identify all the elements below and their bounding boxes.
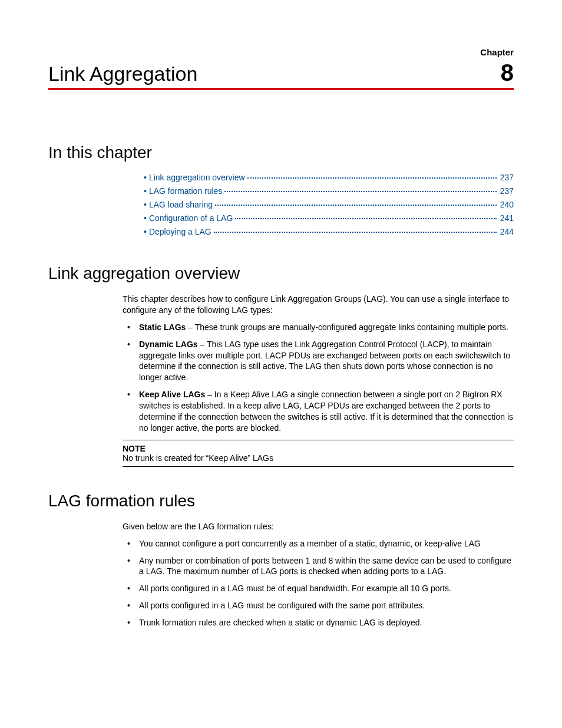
toc-item[interactable]: • LAG formation rules 237 (144, 186, 514, 196)
bullet-icon: • (144, 213, 147, 223)
list-item: Any number or combination of ports betwe… (123, 555, 514, 578)
item-text: – These trunk groups are manually-config… (186, 322, 508, 332)
bullet-icon: • (144, 227, 147, 236)
toc-label: LAG load sharing (149, 200, 213, 209)
overview-body: This chapter describes how to configure … (123, 294, 514, 434)
item-bold: Dynamic LAGs (139, 340, 198, 349)
chapter-title: Link Aggregation (48, 62, 197, 85)
rules-body: Given below are the LAG formation rules:… (123, 521, 514, 628)
item-text: Any number or combination of ports betwe… (139, 556, 511, 577)
overview-intro: This chapter describes how to configure … (123, 294, 514, 316)
list-item: Dynamic LAGs – This LAG type uses the Li… (123, 339, 514, 384)
list-item: All ports configured in a LAG must be co… (123, 600, 514, 611)
chapter-number: 8 (501, 61, 514, 84)
heading-in-this-chapter: In this chapter (48, 143, 514, 162)
toc-item[interactable]: • Deploying a LAG 244 (144, 227, 514, 237)
bullet-icon: • (144, 200, 147, 209)
toc-page: 237 (500, 186, 514, 196)
overview-list: Static LAGs – These trunk groups are man… (123, 322, 514, 434)
list-item: Static LAGs – These trunk groups are man… (123, 322, 514, 333)
toc-leader-dots (215, 205, 497, 206)
toc-leader-dots (214, 232, 497, 233)
item-text: You cannot configure a port concurrently… (139, 539, 481, 548)
item-text: All ports configured in a LAG must be co… (139, 601, 425, 610)
note-block: NOTE No trunk is created for “Keep Alive… (123, 440, 514, 467)
item-text: All ports configured in a LAG must be of… (139, 584, 451, 593)
chapter-label: Chapter (48, 47, 514, 57)
toc-item[interactable]: • Link aggregation overview 237 (144, 173, 514, 183)
toc-label: LAG formation rules (149, 186, 223, 196)
item-text: Trunk formation rules are checked when a… (139, 618, 422, 627)
rules-intro: Given below are the LAG formation rules: (123, 521, 514, 532)
item-bold: Static LAGs (139, 322, 186, 332)
table-of-contents: • Link aggregation overview 237 • LAG fo… (144, 173, 514, 237)
heading-overview: Link aggregation overview (48, 264, 514, 283)
toc-label: Deploying a LAG (149, 227, 211, 236)
toc-leader-dots (235, 218, 496, 219)
list-item: You cannot configure a port concurrently… (123, 538, 514, 549)
toc-leader-dots (224, 191, 496, 192)
toc-item[interactable]: • LAG load sharing 240 (144, 200, 514, 210)
list-item: Keep Alive LAGs – In a Keep Alive LAG a … (123, 389, 514, 434)
toc-label: Configuration of a LAG (149, 213, 233, 223)
item-bold: Keep Alive LAGs (139, 390, 205, 399)
bullet-icon: • (144, 186, 147, 196)
list-item: All ports configured in a LAG must be of… (123, 583, 514, 594)
heading-rules: LAG formation rules (48, 492, 514, 510)
toc-page: 240 (500, 200, 514, 209)
toc-page: 241 (500, 213, 514, 223)
toc-leader-dots (247, 177, 497, 179)
bullet-icon: • (144, 173, 147, 182)
chapter-title-row: Link Aggregation 8 (48, 61, 514, 90)
toc-page: 244 (500, 227, 514, 236)
note-text: No trunk is created for “Keep Alive” LAG… (123, 453, 514, 463)
toc-item[interactable]: • Configuration of a LAG 241 (144, 213, 514, 223)
note-label: NOTE (123, 444, 514, 453)
rules-list: You cannot configure a port concurrently… (123, 538, 514, 628)
toc-label: Link aggregation overview (149, 173, 245, 182)
toc-page: 237 (500, 173, 514, 182)
list-item: Trunk formation rules are checked when a… (123, 617, 514, 628)
